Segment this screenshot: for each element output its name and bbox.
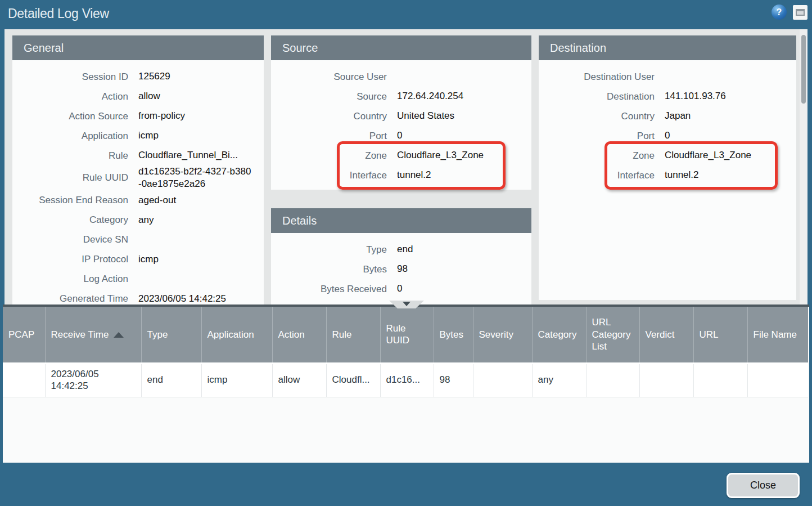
field-row-source-interface: Interface tunnel.2: [271, 165, 527, 185]
panel-destination-title: Destination: [539, 35, 796, 60]
panel-destination-body: Destination User Destination 141.101.93.…: [539, 60, 796, 190]
column-header-verdict[interactable]: Verdict: [639, 307, 693, 363]
panel-source: Source Source User Source 172.64.240.254…: [271, 35, 531, 190]
field-label: Category: [12, 214, 128, 226]
cell-rule-uuid: d1c16...: [380, 363, 434, 397]
vertical-scrollbar-thumb[interactable]: [801, 35, 806, 104]
column-header-receive-time[interactable]: Receive Time: [45, 307, 141, 363]
field-label: Port: [271, 131, 387, 142]
field-label: Destination User: [539, 71, 655, 83]
field-label: Bytes: [271, 264, 387, 275]
field-value: tunnel.2: [665, 169, 792, 181]
field-value: any: [138, 214, 259, 226]
field-label: Port: [539, 131, 655, 142]
field-label: Session End Reason: [12, 195, 128, 206]
column-header-action[interactable]: Action: [272, 307, 326, 363]
field-value: end: [397, 243, 527, 256]
panel-details-body: Type end Bytes 98 Bytes Received 0: [271, 233, 531, 303]
field-value: allow: [138, 90, 259, 102]
field-value: 0: [665, 129, 792, 142]
field-value: Cloudflare_L3_Zone: [665, 149, 792, 162]
field-label: Type: [271, 244, 387, 256]
field-row-session-id: Session ID 125629: [12, 67, 259, 87]
window-restore-icon[interactable]: [793, 5, 808, 20]
field-row-destination-port: Port 0: [539, 126, 792, 146]
field-label: Rule UUID: [12, 172, 128, 183]
field-value: 141.101.93.76: [665, 90, 792, 102]
field-value: 172.64.240.254: [397, 90, 527, 102]
column-header-file-name[interactable]: File Name: [747, 307, 808, 363]
field-row-type: Type end: [271, 240, 527, 259]
panel-details: Details Type end Bytes 98 Bytes Received…: [271, 208, 531, 305]
field-row-action-source: Action Source from-policy: [12, 106, 259, 126]
field-row-destination-country: Country Japan: [539, 106, 792, 126]
cell-application: icmp: [201, 363, 272, 397]
column-header-pcap[interactable]: PCAP: [3, 307, 45, 363]
field-label: Application: [12, 131, 128, 142]
field-row-device-sn: Device SN: [12, 230, 259, 249]
column-header-bytes[interactable]: Bytes: [434, 307, 473, 363]
field-value: from-policy: [138, 110, 259, 122]
field-row-ip-protocol: IP Protocol icmp: [12, 249, 259, 269]
panel-general-body: Session ID 125629 Action allow Action So…: [12, 60, 264, 305]
field-row-source-user: Source User: [271, 67, 527, 87]
log-table-header-row: PCAP Receive Time Type Application Actio…: [3, 307, 808, 363]
field-value: Cloudflare_L3_Zone: [397, 149, 527, 162]
column-header-rule-uuid[interactable]: Rule UUID: [380, 307, 434, 363]
cell-verdict: [639, 363, 693, 397]
column-header-rule[interactable]: Rule: [326, 307, 380, 363]
field-row-category: Category any: [12, 210, 259, 230]
cell-receive-time: 2023/06/05 14:42:25: [45, 363, 141, 397]
log-table: PCAP Receive Time Type Application Actio…: [3, 307, 808, 397]
field-value: Japan: [665, 110, 792, 122]
dialog-titlebar: Detailed Log View ?: [0, 0, 812, 29]
log-table-row[interactable]: 2023/06/05 14:42:25 end icmp allow Cloud…: [3, 363, 808, 397]
field-row-rule-uuid: Rule UUID d1c16235-b2f2-4327-b380-0ae187…: [12, 165, 259, 190]
field-row-bytes: Bytes 98: [271, 259, 527, 279]
field-label: Interface: [271, 170, 387, 181]
cell-file-name: [747, 363, 808, 397]
panel-source-body: Source User Source 172.64.240.254 Countr…: [271, 60, 531, 190]
column-header-url[interactable]: URL: [693, 307, 747, 363]
field-label: Source User: [271, 71, 387, 83]
field-label: Source: [271, 91, 387, 102]
panel-details-title: Details: [271, 208, 531, 233]
chevron-down-icon: [403, 302, 410, 306]
panel-source-title: Source: [271, 35, 531, 60]
field-value: 98: [397, 263, 527, 275]
column-header-url-category-list[interactable]: URL Category List: [586, 307, 639, 363]
field-row-bytes-received: Bytes Received 0: [271, 279, 527, 299]
field-row-rule: Rule Cloudflare_Tunnel_Bi...: [12, 146, 259, 165]
close-button[interactable]: Close: [727, 473, 800, 498]
field-value: 125629: [138, 70, 259, 83]
column-header-severity[interactable]: Severity: [473, 307, 532, 363]
field-row-destination: Destination 141.101.93.76: [539, 87, 792, 106]
cell-pcap: [3, 363, 45, 397]
cell-rule: Cloudfl...: [326, 363, 380, 397]
dialog-title: Detailed Log View: [8, 6, 109, 21]
panel-general: General Session ID 125629 Action allow A…: [12, 35, 264, 305]
panel-general-title: General: [12, 35, 264, 60]
field-row-source-zone: Zone Cloudflare_L3_Zone: [271, 146, 527, 165]
column-header-category[interactable]: Category: [532, 307, 586, 363]
help-icon[interactable]: ?: [772, 5, 787, 20]
field-value: 0: [397, 129, 527, 142]
field-value: icmp: [138, 129, 259, 142]
vertical-scrollbar-track[interactable]: [800, 29, 808, 305]
field-label: Log Action: [12, 274, 128, 285]
cell-category: any: [532, 363, 586, 397]
column-header-application[interactable]: Application: [201, 307, 272, 363]
field-row-source-country: Country United States: [271, 106, 527, 126]
field-row-log-action: Log Action: [12, 269, 259, 289]
field-label: IP Protocol: [12, 254, 128, 265]
panel-destination: Destination Destination User Destination…: [539, 35, 796, 300]
cell-bytes: 98: [434, 363, 473, 397]
field-label: Destination: [539, 91, 655, 102]
field-value: aged-out: [138, 194, 259, 207]
cell-url: [693, 363, 747, 397]
field-label: Zone: [271, 150, 387, 162]
column-header-type[interactable]: Type: [141, 307, 201, 363]
cell-severity: [473, 363, 532, 397]
field-label: Interface: [539, 170, 655, 181]
field-value: 0: [397, 283, 527, 295]
